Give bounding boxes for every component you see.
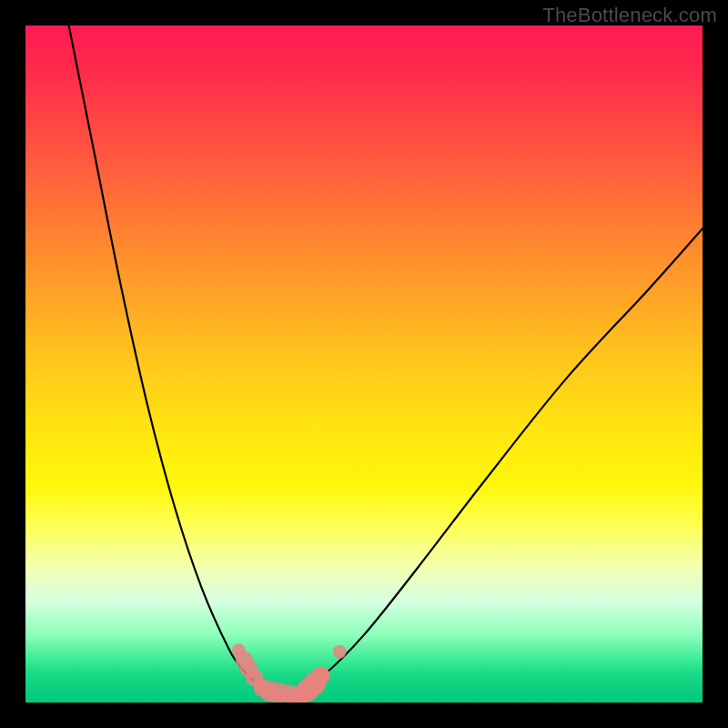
plot-area <box>25 25 703 703</box>
left-curve <box>66 25 283 697</box>
outer-frame: TheBottleneck.com <box>0 0 728 728</box>
watermark-text: TheBottleneck.com <box>542 4 717 27</box>
chart-svg <box>25 25 703 703</box>
right-curve <box>283 228 703 697</box>
curve-marker <box>333 645 347 659</box>
curve-marker <box>311 667 329 684</box>
